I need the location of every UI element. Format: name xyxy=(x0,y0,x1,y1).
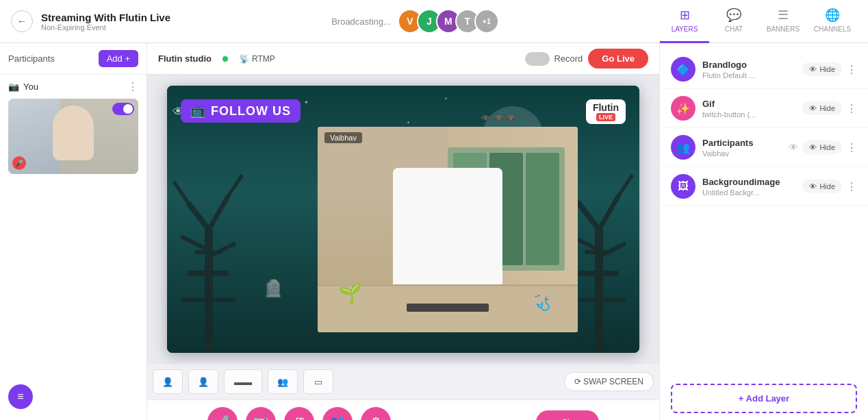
banners-icon: ☰ xyxy=(778,8,789,23)
tree-left-decoration xyxy=(167,161,249,353)
layer-item-backgroundimage: 🖼 Backgroundimage Untitled Backgr... 👁 H… xyxy=(660,167,868,206)
scene-toolbar: 👤 👤 ▬▬ 👥 ▭ ⟳ SWAP SCREEN xyxy=(147,364,659,399)
layer-hide-button-gif[interactable]: 👁 Hide xyxy=(802,101,842,115)
add-participant-button[interactable]: 👥 xyxy=(322,407,353,420)
svg-line-15 xyxy=(599,195,619,230)
action-bar: 🎤 📷 🖥 👥 ⚙ ↗ Share xyxy=(147,399,659,420)
tab-chat[interactable]: 💬 CHAT xyxy=(709,0,758,43)
layer-actions-brandlogo: 👁 Hide ⋮ xyxy=(802,62,857,76)
plant: 🌱 xyxy=(338,282,362,305)
stream-name: Streaming With Flutin Live xyxy=(41,12,170,23)
share-button[interactable]: ↗ Share xyxy=(536,410,599,421)
layer-more-button-gif[interactable]: ⋮ xyxy=(846,102,857,115)
go-live-button[interactable]: Go Live xyxy=(588,49,648,69)
participants-header: Participants Add + xyxy=(0,43,146,75)
studio-name: Flutin studio xyxy=(158,53,212,64)
tombstone-decoration: 🪦 xyxy=(263,279,283,298)
camera-icon: 📷 xyxy=(8,82,19,92)
screen-share-button[interactable]: 🖥 xyxy=(284,407,314,420)
studio-bar: Flutin studio 📡 RTMP Record Go Live xyxy=(147,43,659,75)
toggle-thumb xyxy=(123,104,133,114)
scene-btn-2[interactable]: 👤 xyxy=(188,369,218,394)
tab-banners[interactable]: ☰ BANNERS xyxy=(758,0,808,43)
tab-channels[interactable]: 🌐 CHANNELS xyxy=(808,0,857,43)
layer-item-participants: 👥 Participants Vaibhav 👁 👁 Hide ⋮ xyxy=(660,128,868,167)
back-button[interactable]: ← xyxy=(11,10,33,32)
layer-item-gif: ✨ Gif twitch-button (... 👁 Hide ⋮ xyxy=(660,89,868,128)
bats-decoration: 🦇 🦇 🦇 xyxy=(481,113,516,123)
layer-name-brandlogo: Brandlogo xyxy=(702,60,795,70)
scene-btn-5[interactable]: ▭ xyxy=(303,369,333,394)
svg-rect-2 xyxy=(181,298,235,302)
flutin-live-badge: Flutin LIVE xyxy=(586,99,626,124)
layers-icon: ⊞ xyxy=(680,8,690,23)
svg-rect-1 xyxy=(188,271,229,276)
stream-subtitle: Non-Expiring Event xyxy=(41,23,170,32)
layer-more-button-brandlogo[interactable]: ⋮ xyxy=(846,63,857,76)
canvas-wrapper: ✦ ✦ ✦ ✦ 🦇 🦇 🦇 👁 📺 FOLLOW US Flutin xyxy=(147,75,659,364)
participant-video-thumbnail: 🎤 xyxy=(8,99,138,174)
stream-title: Streaming With Flutin Live Non-Expiring … xyxy=(41,12,170,32)
layer-hide-button-participants[interactable]: 👁 Hide xyxy=(802,140,842,154)
video-person: 🌱 🩺 xyxy=(318,127,578,332)
stethoscope: 🩺 xyxy=(532,294,550,312)
eye-icon-brandlogo: 👁 xyxy=(809,65,817,73)
swap-screen-button[interactable]: ⟳ SWAP SCREEN xyxy=(564,372,654,391)
avatar-count: +1 xyxy=(474,9,499,34)
keyboard xyxy=(407,304,489,312)
layer-actions-backgroundimage: 👁 Hide ⋮ xyxy=(802,180,857,193)
record-toggle[interactable]: Record xyxy=(525,52,583,66)
add-layer-button[interactable]: + Add Layer xyxy=(671,384,857,413)
layer-hide-button-backgroundimage[interactable]: 👁 Hide xyxy=(802,180,842,193)
layer-sub-participants: Vaibhav xyxy=(702,149,782,158)
chat-bubble-icon: ≡ xyxy=(17,391,23,403)
rtmp-badge: 📡 RTMP xyxy=(239,54,275,64)
svg-line-5 xyxy=(209,195,229,230)
layer-actions-gif: 👁 Hide ⋮ xyxy=(802,101,857,115)
layer-more-button-participants[interactable]: ⋮ xyxy=(846,141,857,154)
share-label: Share xyxy=(561,417,585,421)
vaibhav-label: Vaibhav xyxy=(324,132,362,143)
main-area: Participants Add + 📷 You ⋮ 🎤 xyxy=(0,43,868,420)
mic-button[interactable]: 🎤 xyxy=(207,407,238,420)
person-silhouette xyxy=(53,106,94,160)
tab-layers[interactable]: ⊞ LAYERS xyxy=(660,0,709,43)
layer-hide-button-brandlogo[interactable]: 👁 Hide xyxy=(802,62,842,76)
layer-more-button-backgroundimage[interactable]: ⋮ xyxy=(846,180,857,193)
tab-channels-label: CHANNELS xyxy=(814,25,851,33)
participant-more-button[interactable]: ⋮ xyxy=(127,80,138,93)
layer-visibility-icon: 👁 xyxy=(789,142,798,153)
svg-line-4 xyxy=(188,202,209,230)
svg-line-6 xyxy=(181,236,209,250)
scene-btn-4[interactable]: 👥 xyxy=(268,369,298,394)
share-icon: ↗ xyxy=(550,417,557,421)
layer-sub-brandlogo: Flutin Default ... xyxy=(702,71,795,79)
add-button[interactable]: Add + xyxy=(99,50,138,67)
record-label: Record xyxy=(554,53,583,64)
participant-you-label: You xyxy=(23,82,38,92)
video-toggle[interactable] xyxy=(112,103,134,115)
settings-button[interactable]: ⚙ xyxy=(361,407,391,420)
layer-info-gif: Gif twitch-button (... xyxy=(702,99,795,119)
eye-icon-gif: 👁 xyxy=(809,104,817,112)
left-sidebar: Participants Add + 📷 You ⋮ 🎤 xyxy=(0,43,147,420)
layer-name-gif: Gif xyxy=(702,99,795,109)
desk: 🌱 🩺 xyxy=(318,284,578,332)
avatar-group: V J M T +1 xyxy=(398,9,499,34)
chat-bubble-button[interactable]: ≡ xyxy=(8,384,33,409)
participant-item: 📷 You ⋮ xyxy=(0,75,146,99)
flutin-live-tag: LIVE xyxy=(596,113,615,121)
svg-line-19 xyxy=(619,175,633,195)
svg-line-9 xyxy=(229,175,242,195)
scene-btn-1[interactable]: 👤 xyxy=(153,369,183,394)
broadcasting-label: Broadcasting... xyxy=(331,16,391,27)
eye-icon-backgroundimage: 👁 xyxy=(809,182,817,190)
scene-btn-3[interactable]: ▬▬ xyxy=(224,369,262,394)
eye-icon-participants: 👁 xyxy=(809,143,817,151)
record-switch[interactable] xyxy=(525,52,550,66)
layer-actions-participants: 👁 👁 Hide ⋮ xyxy=(789,140,857,154)
layer-icon-backgroundimage: 🖼 xyxy=(671,174,695,199)
rtmp-icon: 📡 xyxy=(239,54,249,64)
camera-button[interactable]: 📷 xyxy=(246,407,276,420)
participant-main-video: 🌱 🩺 xyxy=(318,127,578,332)
